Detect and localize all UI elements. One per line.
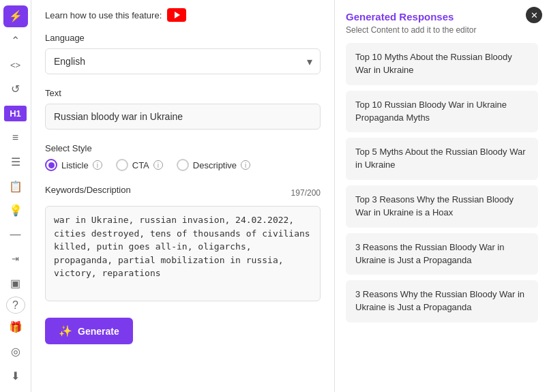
refresh-icon[interactable]: ↺: [3, 78, 28, 100]
response-item[interactable]: 3 Reasons Why the Russian Bloody War in …: [346, 280, 538, 322]
response-item[interactable]: Top 5 Myths About the Russian Bloody War…: [346, 138, 538, 180]
responses-title: Generated Responses: [346, 11, 538, 22]
responses-header: Generated Responses Select Content to ad…: [346, 11, 538, 35]
arrow-down-icon[interactable]: ⬇: [3, 365, 28, 387]
listicle-radio-dot: [48, 162, 55, 168]
keywords-section: Keywords/Description 197/200 war in Ukra…: [45, 185, 321, 304]
listicle-info-icon[interactable]: i: [93, 160, 102, 170]
lightning-icon[interactable]: ⚡: [3, 5, 28, 27]
keywords-textarea[interactable]: war in Ukraine, <span class="squiggly">r…: [45, 206, 321, 301]
keywords-label: Keywords/Description: [45, 185, 131, 195]
generate-label: Generate: [78, 326, 119, 337]
response-item[interactable]: Top 3 Reasons Why the Russian Bloody War…: [346, 185, 538, 228]
h1-badge-icon[interactable]: H1: [3, 102, 28, 124]
list-icon[interactable]: ≡: [3, 127, 28, 149]
char-count: 197/200: [291, 188, 321, 198]
wand-icon: ✨: [59, 325, 72, 337]
generate-button[interactable]: ✨ Generate: [45, 318, 133, 344]
text-label: Text: [45, 88, 321, 98]
main-content: Learn how to use this feature: Language …: [31, 0, 549, 392]
language-select[interactable]: English: [45, 48, 321, 74]
text-field: Text: [45, 88, 321, 130]
listicle-label: Listicle: [61, 160, 89, 170]
listicle-option[interactable]: Listicle i: [45, 159, 102, 171]
frame-icon[interactable]: ▣: [3, 273, 28, 295]
response-item[interactable]: Top 10 Russian Bloody War in Ukraine Pro…: [346, 91, 538, 133]
play-icon: [175, 12, 180, 18]
form-panel: Learn how to use this feature: Language …: [31, 0, 335, 392]
response-item[interactable]: Top 10 Myths About the Russian Bloody Wa…: [346, 43, 538, 85]
list-indent-icon[interactable]: ☰: [3, 151, 28, 173]
responses-panel: ✕ Generated Responses Select Content to …: [335, 0, 549, 392]
chevron-up-icon[interactable]: ⌃: [3, 30, 28, 52]
cta-option[interactable]: CTA i: [116, 159, 163, 171]
responses-subtitle: Select Content to add it to the editor: [346, 25, 538, 35]
descriptive-info-icon[interactable]: i: [241, 160, 250, 170]
keywords-header: Keywords/Description 197/200: [45, 185, 321, 200]
learn-label: Learn how to use this feature:: [45, 10, 162, 20]
responses-list: Top 10 Myths About the Russian Bloody Wa…: [346, 43, 538, 322]
style-label: Select Style: [45, 143, 321, 153]
question-icon[interactable]: ?: [6, 297, 25, 314]
bulb-icon[interactable]: 💡: [3, 200, 28, 222]
indent-icon[interactable]: ⇥: [3, 248, 28, 270]
response-item[interactable]: 3 Reasons the Russian Bloody War in Ukra…: [346, 233, 538, 275]
learn-row: Learn how to use this feature:: [45, 8, 321, 22]
style-section: Select Style Listicle i CTA i: [45, 143, 321, 171]
minus-icon[interactable]: —: [3, 224, 28, 245]
left-sidebar: ⚡ ⌃ <> ↺ H1 ≡ ☰ 📋 💡 — ⇥ ▣ ? 🎁 ◎ ⬇: [0, 0, 31, 392]
language-field: Language English ▾: [45, 33, 321, 74]
code-icon[interactable]: <>: [3, 54, 28, 76]
close-button[interactable]: ✕: [526, 7, 542, 23]
circle-icon[interactable]: ◎: [3, 341, 28, 363]
cta-radio[interactable]: [116, 159, 128, 171]
descriptive-radio[interactable]: [177, 159, 189, 171]
h1-label: H1: [4, 106, 27, 121]
language-label: Language: [45, 33, 321, 43]
youtube-button[interactable]: [167, 8, 186, 22]
listicle-radio[interactable]: [45, 159, 57, 171]
clipboard-icon[interactable]: 📋: [3, 175, 28, 197]
descriptive-label: Descriptive: [193, 160, 237, 170]
gift-icon[interactable]: 🎁: [3, 316, 28, 338]
style-options: Listicle i CTA i Descriptive i: [45, 159, 321, 171]
cta-info-icon[interactable]: i: [153, 160, 163, 170]
text-input[interactable]: [45, 104, 321, 130]
descriptive-option[interactable]: Descriptive i: [177, 159, 250, 171]
cta-label: CTA: [132, 160, 149, 170]
